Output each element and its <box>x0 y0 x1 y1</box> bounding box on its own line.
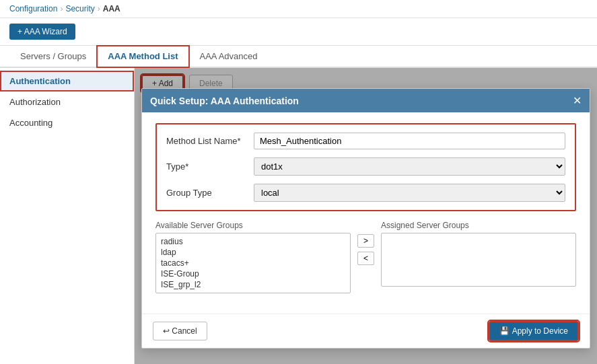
dialog-footer: ↩ Cancel 💾 Apply to Device <box>142 314 590 348</box>
type-label: Type* <box>166 161 254 172</box>
tab-aaa-advanced[interactable]: AAA Advanced <box>189 46 269 68</box>
sub-toolbar: + AAA Wizard <box>0 18 597 46</box>
tab-aaa-method-list[interactable]: AAA Method List <box>97 46 188 68</box>
available-server-groups-col: Available Server Groups radius ldap taca… <box>155 221 351 293</box>
available-server-groups-list[interactable]: radius ldap tacacs+ ISE-Group ISE_grp_l2 <box>155 233 351 293</box>
list-item: ISE-Group <box>159 268 347 279</box>
breadcrumb: Configuration › Security › AAA <box>0 0 597 18</box>
server-groups-section: Available Server Groups radius ldap taca… <box>155 221 576 293</box>
list-item: radius <box>159 236 347 247</box>
tabs-row: Servers / Groups AAA Method List AAA Adv… <box>0 46 597 68</box>
breadcrumb-security[interactable]: Security <box>65 4 94 13</box>
list-item: ldap <box>159 247 347 258</box>
form-section: Method List Name* Type* dot1x Group Type… <box>155 123 576 211</box>
dialog-close-button[interactable]: ✕ <box>573 94 582 107</box>
available-server-groups-label: Available Server Groups <box>155 221 351 230</box>
apply-icon: 💾 <box>499 326 510 336</box>
assigned-server-groups-col: Assigned Server Groups <box>381 221 576 287</box>
group-type-label: Group Type <box>166 188 254 198</box>
sidebar-item-accounting[interactable]: Accounting <box>0 112 134 133</box>
apply-to-device-button[interactable]: 💾 Apply to Device <box>489 321 579 341</box>
sidebar: Authentication Authorization Accounting <box>0 68 135 364</box>
dialog-header: Quick Setup: AAA Authentication ✕ <box>142 89 590 112</box>
apply-label: Apply to Device <box>512 326 568 336</box>
quick-setup-dialog: Quick Setup: AAA Authentication ✕ Method… <box>141 88 590 349</box>
form-row-method-list-name: Method List Name* <box>166 133 565 149</box>
cancel-button[interactable]: ↩ Cancel <box>153 322 207 340</box>
sidebar-item-authorization[interactable]: Authorization <box>0 92 134 112</box>
sidebar-item-authentication[interactable]: Authentication <box>0 71 134 92</box>
type-select[interactable]: dot1x <box>254 157 565 176</box>
list-item: ISE_grp_l2 <box>159 279 347 290</box>
form-row-group-type: Group Type local <box>166 184 565 202</box>
sep2: › <box>98 4 100 13</box>
breadcrumb-aaa: AAA <box>103 4 120 13</box>
form-row-type: Type* dot1x <box>166 157 565 176</box>
method-list-name-input[interactable] <box>254 133 565 149</box>
breadcrumb-config[interactable]: Configuration <box>9 4 57 13</box>
group-type-select[interactable]: local <box>254 184 565 202</box>
server-group-arrows: > < <box>357 221 374 265</box>
tab-servers-groups[interactable]: Servers / Groups <box>9 46 97 68</box>
aaa-wizard-button[interactable]: + AAA Wizard <box>9 24 75 40</box>
list-item: tacacs+ <box>159 258 347 268</box>
move-left-button[interactable]: < <box>357 252 374 265</box>
move-right-button[interactable]: > <box>357 234 374 248</box>
content-area: + Add Delete Quick Setup: AAA Authentica… <box>135 68 597 364</box>
method-list-name-label: Method List Name* <box>166 136 254 146</box>
sep1: › <box>60 4 63 13</box>
dialog-title: Quick Setup: AAA Authentication <box>150 96 299 106</box>
main-content: Authentication Authorization Accounting … <box>0 68 597 364</box>
assigned-server-groups-label: Assigned Server Groups <box>381 221 576 230</box>
assigned-server-groups-list[interactable] <box>381 233 576 287</box>
dialog-body: Method List Name* Type* dot1x Group Type… <box>142 112 590 314</box>
